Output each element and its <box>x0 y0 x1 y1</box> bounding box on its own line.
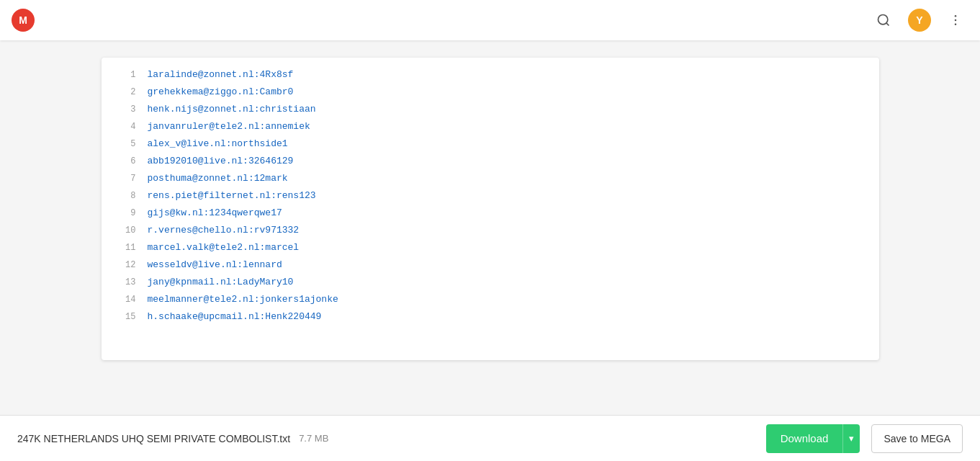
main-content: 1laralinde@zonnet.nl:4Rx8sf2grehekkema@z… <box>0 40 980 461</box>
svg-point-0 <box>878 15 888 24</box>
line-content: rens.piet@filternet.nl:rens123 <box>148 187 316 205</box>
line-content: abb192010@live.nl:32646129 <box>148 153 294 170</box>
line-content: meelmanner@tele2.nl:jonkers1ajonke <box>148 291 338 308</box>
line-number: 8 <box>113 187 136 205</box>
user-avatar[interactable]: Y <box>908 9 931 32</box>
line-number: 6 <box>113 153 136 170</box>
file-line: 4janvanruler@tele2.nl:annemiek <box>102 118 879 135</box>
mega-logo[interactable]: M <box>12 9 35 32</box>
line-content: posthuma@zonnet.nl:12mark <box>148 170 288 187</box>
file-line: 2grehekkema@ziggo.nl:Cambr0 <box>102 84 879 101</box>
line-content: jany@kpnmail.nl:LadyMary10 <box>148 274 294 291</box>
line-number: 9 <box>113 205 136 222</box>
file-content-area: 1laralinde@zonnet.nl:4Rx8sf2grehekkema@z… <box>102 58 879 360</box>
line-number: 14 <box>113 291 136 308</box>
file-size: 7.7 MB <box>299 433 328 444</box>
line-number: 15 <box>113 308 136 326</box>
file-line: 10r.vernes@chello.nl:rv971332 <box>102 222 879 239</box>
file-line: 9gijs@kw.nl:1234qwerqwe17 <box>102 205 879 222</box>
file-line: 12wesseldv@live.nl:lennard <box>102 256 879 274</box>
line-content: r.vernes@chello.nl:rv971332 <box>148 222 300 239</box>
line-content: wesseldv@live.nl:lennard <box>148 256 282 274</box>
line-number: 10 <box>113 222 136 239</box>
line-number: 13 <box>113 274 136 291</box>
line-number: 1 <box>113 66 136 84</box>
line-number: 5 <box>113 135 136 153</box>
line-number: 7 <box>113 170 136 187</box>
file-line: 14meelmanner@tele2.nl:jonkers1ajonke <box>102 291 879 308</box>
line-content: laralinde@zonnet.nl:4Rx8sf <box>148 66 294 84</box>
file-name: 247K NETHERLANDS UHQ SEMI PRIVATE COMBOL… <box>17 433 290 444</box>
line-content: henk.nijs@zonnet.nl:christiaan <box>148 101 316 118</box>
svg-point-2 <box>955 15 957 17</box>
chevron-down-icon: ▾ <box>849 433 854 444</box>
line-content: marcel.valk@tele2.nl:marcel <box>148 239 300 256</box>
line-content: grehekkema@ziggo.nl:Cambr0 <box>148 84 294 101</box>
line-content: janvanruler@tele2.nl:annemiek <box>148 118 310 135</box>
file-line: 6abb192010@live.nl:32646129 <box>102 153 879 170</box>
line-content: h.schaake@upcmail.nl:Henk220449 <box>148 308 322 326</box>
topbar: M Y <box>0 0 980 40</box>
line-number: 11 <box>113 239 136 256</box>
file-info: 247K NETHERLANDS UHQ SEMI PRIVATE COMBOL… <box>17 433 755 444</box>
save-to-mega-button[interactable]: Save to MEGA <box>871 424 963 453</box>
svg-point-4 <box>955 24 957 26</box>
download-button[interactable]: Download <box>766 424 843 453</box>
download-dropdown-button[interactable]: ▾ <box>842 424 860 453</box>
topbar-right: Y <box>871 7 968 33</box>
line-number: 4 <box>113 118 136 135</box>
line-number: 3 <box>113 101 136 118</box>
line-number: 12 <box>113 256 136 274</box>
file-line: 7posthuma@zonnet.nl:12mark <box>102 170 879 187</box>
svg-point-3 <box>955 19 957 22</box>
file-line: 1laralinde@zonnet.nl:4Rx8sf <box>102 66 879 84</box>
svg-line-1 <box>886 23 889 26</box>
search-icon[interactable] <box>871 7 896 33</box>
file-line: 3henk.nijs@zonnet.nl:christiaan <box>102 101 879 118</box>
line-content: alex_v@live.nl:northside1 <box>148 135 288 153</box>
topbar-left: M <box>12 9 35 32</box>
bottom-bar: 247K NETHERLANDS UHQ SEMI PRIVATE COMBOL… <box>0 415 980 461</box>
file-line: 8rens.piet@filternet.nl:rens123 <box>102 187 879 205</box>
line-number: 2 <box>113 84 136 101</box>
file-line: 5alex_v@live.nl:northside1 <box>102 135 879 153</box>
file-line: 15h.schaake@upcmail.nl:Henk220449 <box>102 308 879 326</box>
download-button-group: Download ▾ <box>766 424 860 453</box>
file-line: 13jany@kpnmail.nl:LadyMary10 <box>102 274 879 291</box>
file-line: 11marcel.valk@tele2.nl:marcel <box>102 239 879 256</box>
file-viewer-card: 1laralinde@zonnet.nl:4Rx8sf2grehekkema@z… <box>102 58 879 360</box>
line-content: gijs@kw.nl:1234qwerqwe17 <box>148 205 282 222</box>
more-options-icon[interactable] <box>943 7 968 33</box>
file-lines-container[interactable]: 1laralinde@zonnet.nl:4Rx8sf2grehekkema@z… <box>102 58 879 360</box>
